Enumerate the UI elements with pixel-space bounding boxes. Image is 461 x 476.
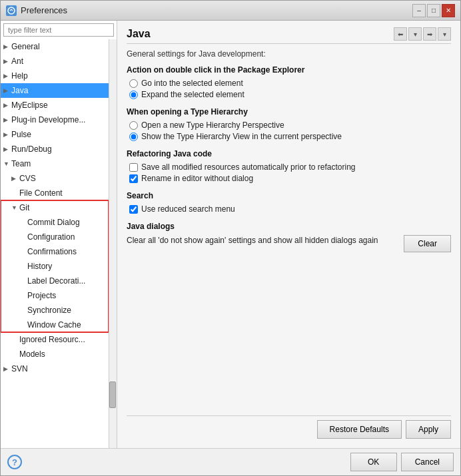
show-view-label: Show the Type Hierarchy View in the curr…	[141, 132, 342, 141]
sidebar-item-general[interactable]: ▶ General	[1, 39, 109, 54]
arrow-icon: ▶	[3, 99, 11, 111]
sidebar-item-label: File Content	[19, 187, 106, 199]
sidebar: ▶ General ▶ Ant ▶ Help ▶	[1, 21, 117, 448]
ok-button[interactable]: OK	[350, 453, 397, 471]
double-click-section: Action on double click in the Package Ex…	[127, 65, 451, 99]
reduced-search-checkbox[interactable]	[129, 205, 138, 214]
restore-defaults-button[interactable]: Restore Defaults	[317, 420, 402, 439]
section-description: General settings for Java development:	[127, 49, 451, 59]
sidebar-item-label: Configuration	[27, 231, 106, 243]
sidebar-item-pulse[interactable]: ▶ Pulse	[1, 127, 109, 142]
git-group: ▼ Git Commit Dialog Configuration	[1, 200, 109, 332]
sidebar-item-configuration[interactable]: Configuration	[1, 230, 109, 244]
rename-editor-option[interactable]: Rename in editor without dialog	[129, 174, 451, 183]
sidebar-item-ant[interactable]: ▶ Ant	[1, 54, 109, 69]
cancel-button[interactable]: Cancel	[401, 453, 454, 471]
expand-radio[interactable]	[129, 91, 138, 99]
java-dialogs-description: Clear all 'do not show again' settings a…	[127, 235, 397, 246]
sidebar-item-confirmations[interactable]: Confirmations	[1, 244, 109, 259]
title-bar-left: Preferences	[6, 5, 67, 16]
help-button[interactable]: ?	[7, 455, 22, 469]
arrow-icon: ▼	[3, 158, 11, 170]
tree-area: ▶ General ▶ Ant ▶ Help ▶	[1, 39, 109, 448]
sidebar-item-label: Plug-in Developme...	[11, 114, 106, 126]
maximize-button[interactable]: □	[427, 4, 440, 17]
sidebar-item-projects[interactable]: Projects	[1, 288, 109, 303]
arrow-icon: ▼	[11, 202, 19, 214]
new-perspective-label: Open a new Type Hierarchy Perspective	[141, 120, 284, 130]
save-modified-option[interactable]: Save all modified resources automaticall…	[129, 162, 451, 172]
sidebar-scrollbar[interactable]	[109, 39, 117, 448]
sidebar-item-help[interactable]: ▶ Help	[1, 69, 109, 83]
sidebar-item-label: Commit Dialog	[27, 216, 106, 228]
expand-label: Expand the selected element	[141, 90, 244, 99]
sidebar-item-synchronize[interactable]: Synchronize	[1, 303, 109, 318]
minimize-button[interactable]: –	[412, 4, 426, 17]
close-button[interactable]: ✕	[442, 4, 455, 17]
sidebar-item-cvs[interactable]: ▶ CVS	[1, 171, 109, 186]
sidebar-item-svn[interactable]: ▶ SVN	[1, 361, 109, 376]
sidebar-item-rundebug[interactable]: ▶ Run/Debug	[1, 142, 109, 156]
arrow-icon: ▶	[11, 172, 19, 184]
refactoring-title: Refactoring Java code	[127, 149, 451, 158]
sidebar-item-label: Git	[19, 202, 106, 214]
search-options: Use reduced search menu	[127, 204, 451, 214]
sidebar-item-label: General	[11, 41, 106, 53]
sidebar-item-label: Pulse	[11, 128, 106, 140]
arrow-icon: ▶	[3, 55, 11, 67]
nav-dropdown2-button[interactable]: ▾	[438, 27, 451, 41]
title-bar: Preferences – □ ✕	[1, 1, 460, 21]
sidebar-item-history[interactable]: History	[1, 259, 109, 274]
sidebar-item-window-cache[interactable]: Window Cache	[1, 318, 109, 332]
nav-forward-button[interactable]: ➡	[423, 27, 436, 41]
sidebar-item-models[interactable]: Models	[1, 347, 109, 361]
sidebar-item-team[interactable]: ▼ Team	[1, 156, 109, 171]
sidebar-item-git[interactable]: ▼ Git	[1, 200, 109, 215]
sidebar-item-commit-dialog[interactable]: Commit Dialog	[1, 215, 109, 230]
scrollbar-thumb[interactable]	[109, 381, 116, 408]
sidebar-item-label: MyEclipse	[11, 99, 106, 111]
sidebar-item-myeclipse[interactable]: ▶ MyEclipse	[1, 98, 109, 113]
dialog-footer: ? OK Cancel	[1, 448, 460, 475]
java-dialogs-title: Java dialogs	[127, 222, 451, 231]
nav-dropdown-button[interactable]: ▾	[408, 27, 422, 41]
spacer	[127, 260, 451, 413]
refactoring-options: Save all modified resources automaticall…	[127, 162, 451, 183]
arrow-icon: ▶	[3, 41, 11, 53]
sidebar-item-file-content[interactable]: File Content	[1, 186, 109, 200]
panel-nav-icons: ⬅ ▾ ➡ ▾	[394, 27, 451, 41]
nav-back-button[interactable]: ⬅	[394, 27, 407, 41]
app-icon	[6, 5, 17, 16]
sidebar-item-plugin[interactable]: ▶ Plug-in Developme...	[1, 113, 109, 127]
type-hierarchy-options: Open a new Type Hierarchy Perspective Sh…	[127, 120, 451, 141]
sidebar-item-label: Java	[11, 85, 106, 97]
rename-editor-checkbox[interactable]	[129, 174, 138, 183]
sidebar-scroll-area: ▶ General ▶ Ant ▶ Help ▶	[1, 39, 117, 448]
sidebar-item-label: CVS	[19, 172, 106, 184]
clear-button[interactable]: Clear	[404, 235, 451, 252]
apply-button[interactable]: Apply	[406, 420, 451, 439]
go-into-option[interactable]: Go into the selected element	[129, 79, 451, 88]
sidebar-item-label: Label Decorati...	[27, 275, 106, 287]
sidebar-item-label: Window Cache	[27, 319, 106, 331]
expand-option[interactable]: Expand the selected element	[129, 90, 451, 99]
go-into-radio[interactable]	[129, 79, 138, 88]
sidebar-item-label: Help	[11, 70, 106, 82]
save-modified-checkbox[interactable]	[129, 163, 138, 172]
show-view-radio[interactable]	[129, 132, 138, 141]
sidebar-item-label: Ignored Resourc...	[19, 334, 106, 346]
window-title: Preferences	[21, 5, 67, 15]
sidebar-item-label-decor[interactable]: Label Decorati...	[1, 274, 109, 288]
new-perspective-option[interactable]: Open a new Type Hierarchy Perspective	[129, 120, 451, 130]
filter-input[interactable]	[3, 23, 114, 37]
new-perspective-radio[interactable]	[129, 121, 138, 130]
sidebar-item-java[interactable]: ▶ Java	[1, 83, 109, 98]
search-title: Search	[127, 191, 451, 200]
reduced-search-option[interactable]: Use reduced search menu	[129, 204, 451, 214]
show-view-option[interactable]: Show the Type Hierarchy View in the curr…	[129, 132, 451, 141]
sidebar-item-ignored-resources[interactable]: Ignored Resourc...	[1, 332, 109, 347]
java-dialogs-content: Clear all 'do not show again' settings a…	[127, 235, 451, 252]
preferences-window: Preferences – □ ✕ ▶ General ▶	[0, 0, 461, 476]
sidebar-item-label: Run/Debug	[11, 143, 106, 155]
sidebar-item-label: Projects	[27, 290, 106, 302]
